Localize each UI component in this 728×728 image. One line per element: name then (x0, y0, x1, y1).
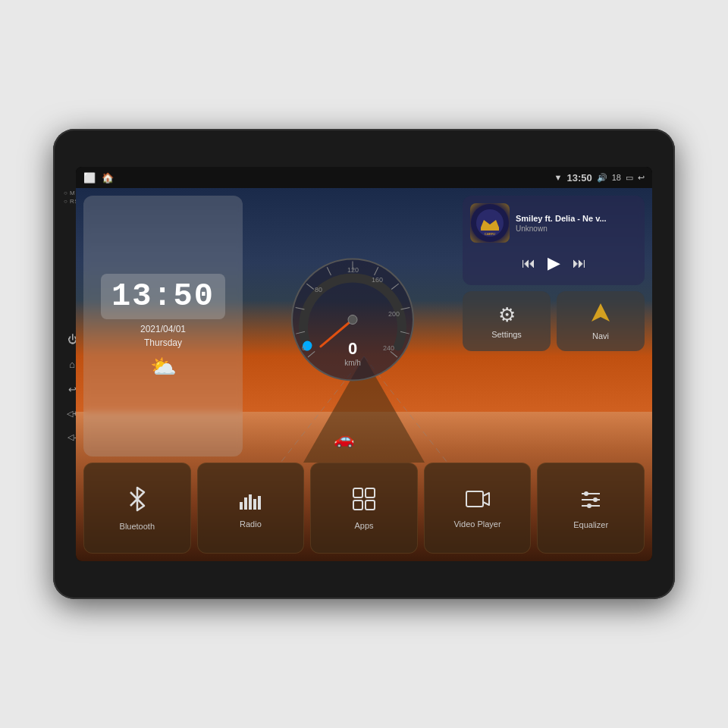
play-button[interactable]: ▶ (548, 253, 560, 273)
settings-label: Settings (491, 330, 522, 339)
prev-button[interactable]: ⏮ (522, 256, 535, 271)
music-artist: Unknown (516, 224, 637, 233)
video-player-button[interactable]: Video Player (424, 463, 532, 554)
settings-widget[interactable]: ⚙ Settings (463, 291, 551, 351)
apps-button[interactable]: Apps (310, 463, 418, 554)
status-right: ▼ 13:50 🔊 18 ▭ ↩ (554, 172, 645, 184)
weather-icon: ⛅ (150, 354, 177, 379)
svg-point-44 (587, 504, 592, 508)
volume-level: 18 (612, 173, 621, 182)
radio-label: Radio (240, 519, 262, 529)
equalizer-label: Equalizer (573, 520, 608, 529)
settings-icon: ⚙ (498, 303, 516, 327)
album-art: CARFU (470, 203, 510, 243)
svg-point-40 (584, 491, 588, 496)
navi-icon (590, 302, 611, 328)
clock-display: 13:50 (101, 274, 225, 319)
svg-text:0: 0 (302, 344, 306, 352)
navi-label: Navi (592, 331, 609, 340)
svg-rect-37 (366, 500, 375, 510)
svg-text:80: 80 (315, 286, 322, 293)
svg-rect-35 (366, 488, 375, 497)
clock-time: 13:50 (111, 278, 215, 315)
svg-text:CARFU: CARFU (485, 232, 495, 236)
svg-marker-28 (592, 303, 610, 322)
svg-rect-38 (466, 491, 483, 507)
home-icon[interactable]: ⌂ (69, 359, 75, 370)
clock-widget: 13:50 2021/04/01 Thursday ⛅ (83, 196, 243, 457)
home-status-icon[interactable]: 🏠 (102, 172, 114, 184)
navi-widget[interactable]: Navi (557, 291, 645, 351)
bottom-row: Bluetooth Radio (83, 463, 645, 554)
speed-unit: km/h (344, 359, 361, 367)
svg-rect-36 (353, 500, 362, 510)
clock-date: 2021/04/01 (140, 324, 186, 334)
content-area: 13:50 2021/04/01 Thursday ⛅ (76, 188, 652, 561)
status-time: 13:50 (567, 172, 592, 184)
speedometer-widget: 0 80 120 160 200 240 0 km/h (249, 196, 457, 457)
back-status-icon[interactable]: ↩ (638, 173, 645, 183)
volume-icon: 🔊 (597, 173, 607, 183)
music-controls: ⏮ ▶ ⏭ (470, 249, 637, 278)
radio-button[interactable]: Radio (197, 463, 305, 554)
music-info: Smiley ft. Delia - Ne v... Unknown (516, 214, 637, 233)
bluetooth-label: Bluetooth (120, 522, 155, 531)
video-icon (465, 488, 491, 515)
speed-value: 0 (348, 339, 357, 358)
status-bar: ⬜ 🏠 ▼ 13:50 🔊 18 ▭ ↩ (76, 167, 652, 188)
speedometer-svg: 0 80 120 160 200 240 0 km/h (288, 256, 417, 384)
radio-icon (238, 488, 262, 515)
battery-icon: ▭ (626, 173, 633, 183)
svg-rect-30 (244, 497, 247, 510)
svg-rect-31 (249, 494, 252, 510)
music-title: Smiley ft. Delia - Ne v... (516, 214, 637, 223)
svg-rect-26 (481, 228, 499, 231)
right-col: CARFU Smiley ft. Delia - Ne v... Unknown… (463, 196, 645, 457)
next-button[interactable]: ⏭ (573, 256, 586, 271)
music-widget: CARFU Smiley ft. Delia - Ne v... Unknown… (463, 196, 645, 285)
svg-rect-34 (353, 488, 362, 497)
bluetooth-button[interactable]: Bluetooth (83, 463, 191, 554)
svg-text:200: 200 (388, 310, 400, 318)
top-row: 13:50 2021/04/01 Thursday ⛅ (83, 196, 645, 457)
apps-icon (352, 487, 376, 516)
svg-rect-32 (253, 499, 256, 510)
equalizer-icon (579, 488, 603, 516)
svg-rect-33 (258, 496, 261, 510)
music-top: CARFU Smiley ft. Delia - Ne v... Unknown (470, 203, 637, 243)
wifi-icon: ▼ (554, 173, 563, 182)
window-icon[interactable]: ⬜ (83, 172, 96, 184)
screen: 🚗 ⬜ 🏠 ▼ 13:50 🔊 18 ▭ ↩ (76, 167, 652, 561)
settings-navi-row: ⚙ Settings Navi (463, 291, 645, 351)
equalizer-button[interactable]: Equalizer (537, 463, 645, 554)
bluetooth-icon (126, 486, 149, 517)
svg-text:240: 240 (383, 344, 394, 352)
video-label: Video Player (453, 519, 500, 529)
svg-rect-29 (240, 502, 243, 510)
svg-text:120: 120 (347, 266, 359, 274)
svg-text:160: 160 (372, 276, 383, 284)
apps-label: Apps (354, 521, 373, 530)
svg-point-22 (348, 315, 357, 325)
car-head-unit: ○ MIC ○ RST ⏻ ⌂ ↩ ◁+ ◁- 🚗 (53, 129, 675, 599)
clock-day: Thursday (144, 337, 182, 348)
svg-point-42 (593, 497, 598, 502)
